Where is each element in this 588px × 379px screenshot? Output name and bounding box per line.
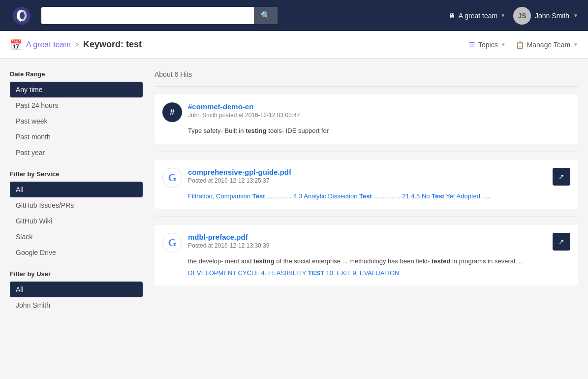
- manage-team-button[interactable]: 📋 Manage Team ▼: [516, 41, 578, 49]
- search-icon: 🔍: [261, 11, 271, 20]
- user-chevron-icon: ▼: [573, 13, 578, 18]
- results-panel: About 6 Hits # #commet-demo-en John Smit…: [155, 70, 578, 323]
- user-filter-title: Filter by User: [10, 270, 143, 278]
- result-title-2[interactable]: comprehensive-gpl-guide.pdf: [188, 168, 549, 176]
- highlight-test-3: Test: [432, 192, 444, 200]
- google-g-icon: G: [168, 171, 176, 184]
- result-icon-3: G: [162, 233, 182, 253]
- calendar-icon: 📅: [10, 39, 22, 51]
- search-button[interactable]: 🔍: [254, 7, 278, 24]
- team-name: A great team: [459, 12, 497, 20]
- service-filter-all[interactable]: All: [10, 182, 143, 197]
- divider-2: [155, 217, 578, 217]
- breadcrumb: 📅 A great team > Keyword: test: [10, 39, 142, 51]
- breadcrumb-separator: >: [75, 40, 79, 49]
- result-with-external-3: mdbl-preface.pdf Posted at 2016-12-12 13…: [188, 233, 570, 251]
- svg-point-0: [13, 7, 31, 25]
- highlight-test-1: Test: [252, 192, 265, 200]
- service-filter-github-wiki[interactable]: GitHub Wiki: [10, 213, 143, 229]
- result-item-1: # #commet-demo-en John Smith posted at 2…: [155, 95, 578, 144]
- date-filter-past-week[interactable]: Past week: [10, 113, 143, 129]
- result-item-2: G comprehensive-gpl-guide.pdf Posted at …: [155, 160, 578, 209]
- service-filter-google-drive[interactable]: Google Drive: [10, 245, 143, 260]
- result-meta-1: #commet-demo-en John Smith posted at 201…: [188, 102, 570, 119]
- manage-team-label: Manage Team: [527, 41, 570, 49]
- team-selector[interactable]: 🖥 A great team ▼: [449, 12, 505, 20]
- result-snippet-2: Filtration, Comparison Test ............…: [162, 191, 570, 201]
- result-subtitle-3: Posted at 2016-12-12 13:30:39: [188, 242, 549, 249]
- manage-team-chevron-icon: ▼: [573, 42, 578, 47]
- search-bar: test 🔍: [41, 7, 278, 24]
- result-subtitle-1: John Smith posted at 2016-12-12 03:03:47: [188, 112, 570, 119]
- header-right: 🖥 A great team ▼ JS John Smith ▼: [449, 7, 578, 25]
- result-title-3[interactable]: mdbl-preface.pdf: [188, 233, 549, 241]
- result-icon-1: #: [162, 102, 182, 122]
- header: test 🔍 🖥 A great team ▼ JS John Smith ▼: [0, 0, 588, 31]
- external-link-icon: ↗: [558, 173, 564, 181]
- google-g-icon-2: G: [168, 236, 176, 249]
- topics-button[interactable]: ☰ Topics ▼: [469, 41, 506, 49]
- topics-icon: ☰: [469, 41, 475, 49]
- result-header-2: G comprehensive-gpl-guide.pdf Posted at …: [162, 168, 570, 188]
- result-header-1: # #commet-demo-en John Smith posted at 2…: [162, 102, 570, 122]
- sidebar: Date Range Any time Past 24 hours Past w…: [10, 70, 143, 323]
- highlight-tested: tested: [432, 257, 450, 265]
- service-filter-github-issues[interactable]: GitHub Issues/PRs: [10, 197, 143, 213]
- date-filter-past-24-hours[interactable]: Past 24 hours: [10, 97, 143, 113]
- service-filter-section: Filter by Service All GitHub Issues/PRs …: [10, 170, 143, 260]
- external-link-icon-2: ↗: [558, 238, 564, 246]
- result-title-1[interactable]: #commet-demo-en: [188, 102, 570, 111]
- sub-header-right: ☰ Topics ▼ 📋 Manage Team ▼: [469, 41, 578, 49]
- result-meta-2: comprehensive-gpl-guide.pdf Posted at 20…: [188, 168, 549, 184]
- result-item-3: G mdbl-preface.pdf Posted at 2016-12-12 …: [155, 225, 578, 285]
- result-with-external-2: comprehensive-gpl-guide.pdf Posted at 20…: [188, 168, 570, 186]
- topics-chevron-icon: ▼: [501, 42, 506, 47]
- topics-label: Topics: [478, 41, 498, 49]
- team-chevron-icon: ▼: [500, 13, 505, 18]
- result-subtitle-2: Posted at 2016-12-12 13:25:37: [188, 177, 549, 184]
- breadcrumb-keyword: Keyword: test: [83, 39, 142, 50]
- highlight-test-bottom: TEST: [308, 269, 324, 277]
- breadcrumb-team[interactable]: A great team: [26, 40, 71, 49]
- external-link-button-3[interactable]: ↗: [553, 233, 570, 251]
- search-input[interactable]: test: [41, 8, 254, 24]
- service-filter-slack[interactable]: Slack: [10, 229, 143, 245]
- user-name: John Smith: [535, 12, 569, 20]
- date-filter-past-year[interactable]: Past year: [10, 145, 143, 160]
- result-snippet-1: Type safety- Built in testing tools- IDE…: [162, 126, 570, 136]
- date-range-section: Date Range Any time Past 24 hours Past w…: [10, 70, 143, 160]
- avatar: JS: [513, 7, 531, 25]
- manage-team-icon: 📋: [516, 41, 524, 49]
- highlight-testing: testing: [253, 257, 275, 265]
- sub-header: 📅 A great team > Keyword: test ☰ Topics …: [0, 31, 588, 59]
- results-count: About 6 Hits: [155, 70, 578, 78]
- user-selector[interactable]: JS John Smith ▼: [513, 7, 578, 25]
- date-range-title: Date Range: [10, 70, 143, 78]
- results-divider: [155, 86, 578, 87]
- logo[interactable]: [10, 4, 33, 28]
- divider-1: [155, 152, 578, 152]
- date-filter-any-time[interactable]: Any time: [10, 82, 143, 97]
- highlight-test-2: Test: [359, 192, 372, 200]
- highlight-1: testing: [246, 127, 267, 134]
- main-content: Date Range Any time Past 24 hours Past w…: [0, 59, 588, 335]
- user-filter-john-smith[interactable]: John Smith: [10, 297, 143, 313]
- user-filter-section: Filter by User All John Smith: [10, 270, 143, 313]
- result-icon-2: G: [162, 168, 182, 188]
- date-filter-past-month[interactable]: Past month: [10, 129, 143, 145]
- external-link-button-2[interactable]: ↗: [553, 168, 570, 186]
- service-filter-title: Filter by Service: [10, 170, 143, 178]
- result-snippet-3a: the develop- ment and testing of the soc…: [162, 256, 570, 266]
- result-meta-3: mdbl-preface.pdf Posted at 2016-12-12 13…: [188, 233, 549, 249]
- team-icon: 🖥: [449, 12, 456, 20]
- user-filter-all[interactable]: All: [10, 282, 143, 297]
- result-header-3: G mdbl-preface.pdf Posted at 2016-12-12 …: [162, 233, 570, 253]
- result-snippet-3b: DEVELOPMENT CYCLE 4. FEASIBILITY TEST 10…: [162, 268, 570, 278]
